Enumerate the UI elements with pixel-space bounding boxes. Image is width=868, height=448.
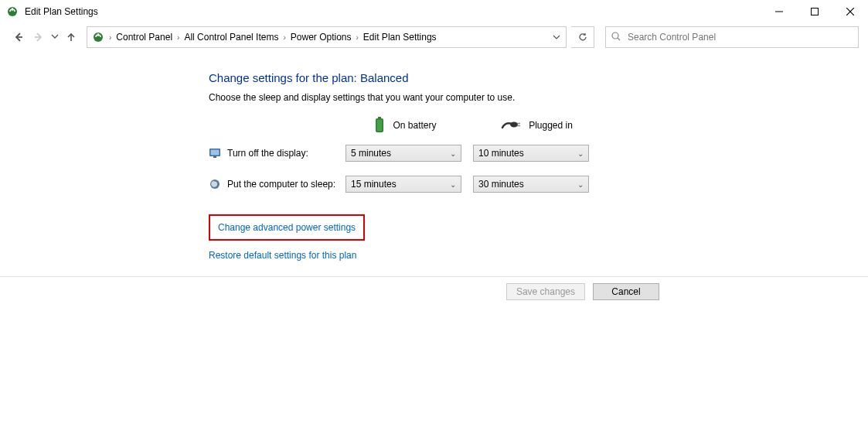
sleep-icon — [209, 178, 221, 190]
address-dropdown-button[interactable] — [547, 27, 566, 47]
search-box[interactable] — [605, 26, 859, 48]
chevron-right-icon[interactable]: › — [281, 33, 287, 42]
svg-rect-20 — [211, 150, 220, 156]
cancel-button[interactable]: Cancel — [593, 283, 659, 300]
minimize-button[interactable] — [761, 0, 797, 23]
display-plugged-select[interactable]: 10 minutes ⌄ — [473, 145, 589, 162]
svg-point-16 — [510, 122, 518, 128]
links-block: Change advanced power settings Restore d… — [209, 214, 868, 262]
battery-icon — [374, 117, 385, 134]
display-icon — [209, 147, 221, 159]
breadcrumb[interactable]: Power Options — [288, 27, 355, 47]
chevron-down-icon: ⌄ — [577, 180, 584, 189]
plug-icon — [501, 120, 521, 131]
advanced-settings-link[interactable]: Change advanced power settings — [218, 221, 356, 234]
chevron-down-icon: ⌄ — [450, 180, 456, 189]
content-area: Change settings for the plan: Balanced C… — [0, 51, 868, 262]
svg-line-12 — [618, 38, 620, 40]
footer-buttons: Save changes Cancel — [506, 283, 659, 300]
search-input[interactable] — [628, 32, 853, 43]
window-controls — [761, 0, 868, 23]
up-button[interactable] — [63, 29, 79, 45]
display-battery-select[interactable]: 5 minutes ⌄ — [345, 145, 461, 162]
chevron-right-icon[interactable]: › — [107, 33, 113, 42]
app-icon — [6, 5, 19, 18]
footer-divider — [0, 276, 868, 277]
breadcrumb[interactable]: Control Panel — [113, 27, 175, 47]
page-heading: Change settings for the plan: Balanced — [209, 71, 868, 84]
column-plugged-label: Plugged in — [529, 120, 573, 131]
setting-row-sleep: Put the computer to sleep: 15 minutes ⌄ … — [209, 176, 868, 193]
breadcrumb[interactable]: All Control Panel Items — [181, 27, 281, 47]
navbar: › Control Panel › All Control Panel Item… — [0, 23, 868, 51]
address-icon — [92, 31, 104, 43]
svg-point-11 — [612, 32, 618, 39]
back-button[interactable] — [11, 29, 26, 45]
column-headers: On battery Plugged in — [209, 117, 868, 134]
breadcrumb[interactable]: Edit Plan Settings — [360, 27, 440, 47]
recent-locations-button[interactable] — [51, 32, 59, 42]
chevron-right-icon[interactable]: › — [175, 33, 181, 42]
address-bar[interactable]: › Control Panel › All Control Panel Item… — [87, 26, 567, 48]
chevron-down-icon: ⌄ — [450, 149, 456, 158]
forward-button — [31, 29, 46, 45]
chevron-down-icon: ⌄ — [577, 149, 584, 158]
column-battery-label: On battery — [393, 120, 436, 131]
svg-rect-3 — [812, 9, 819, 15]
svg-rect-15 — [377, 120, 383, 132]
row-label: Turn off the display: — [227, 148, 345, 159]
restore-defaults-link[interactable]: Restore default settings for this plan — [209, 248, 356, 262]
page-subtext: Choose the sleep and display settings th… — [209, 92, 868, 103]
svg-rect-1 — [12, 8, 12, 11]
refresh-button[interactable] — [571, 26, 594, 48]
sleep-plugged-select[interactable]: 30 minutes ⌄ — [473, 176, 589, 193]
save-button: Save changes — [506, 283, 585, 300]
close-button[interactable] — [832, 0, 868, 23]
titlebar: Edit Plan Settings — [0, 0, 868, 23]
sleep-battery-select[interactable]: 15 minutes ⌄ — [345, 176, 461, 193]
row-label: Put the computer to sleep: — [227, 179, 345, 190]
svg-rect-21 — [213, 156, 216, 158]
window-title: Edit Plan Settings — [25, 6, 98, 17]
svg-rect-13 — [378, 117, 381, 118]
highlight-box: Change advanced power settings — [209, 214, 365, 241]
svg-rect-10 — [97, 33, 98, 36]
chevron-right-icon[interactable]: › — [355, 33, 360, 42]
maximize-button[interactable] — [797, 0, 832, 23]
search-icon — [611, 31, 621, 44]
setting-row-display: Turn off the display: 5 minutes ⌄ 10 min… — [209, 145, 868, 162]
